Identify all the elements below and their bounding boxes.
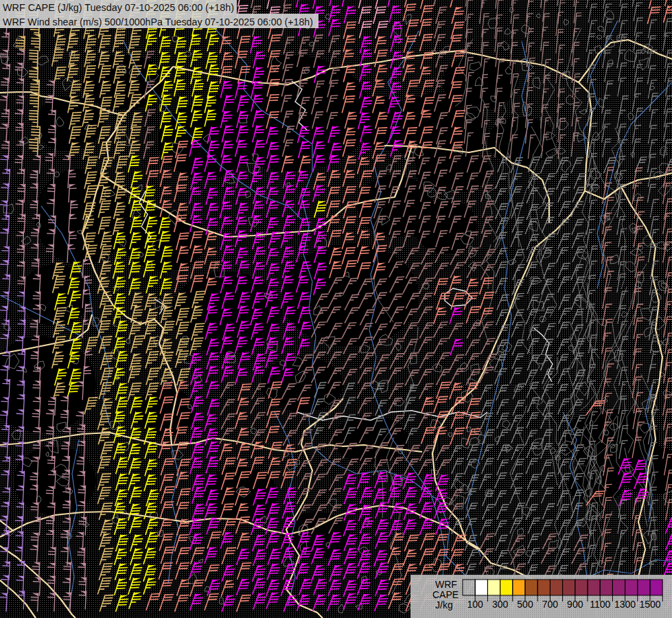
svg-text:1300: 1300 — [614, 599, 636, 610]
svg-text:J/kg: J/kg — [435, 599, 453, 610]
svg-text:CAPE: CAPE — [432, 589, 459, 600]
svg-text:WRF CAPE (J/kg) Tuesday 07-10-: WRF CAPE (J/kg) Tuesday 07-10-2025 06:00… — [3, 1, 234, 13]
svg-text:100: 100 — [467, 599, 484, 610]
svg-text:1500: 1500 — [639, 599, 660, 610]
svg-text:700: 700 — [542, 599, 559, 610]
svg-text:WRF Wind shear (m/s) 500/1000h: WRF Wind shear (m/s) 500/1000hPa Tuesday… — [3, 16, 313, 27]
svg-text:1100: 1100 — [590, 599, 610, 610]
svg-text:500: 500 — [517, 599, 533, 610]
svg-text:WRF: WRF — [435, 579, 457, 590]
svg-text:900: 900 — [567, 599, 583, 610]
svg-text:300: 300 — [492, 599, 509, 610]
